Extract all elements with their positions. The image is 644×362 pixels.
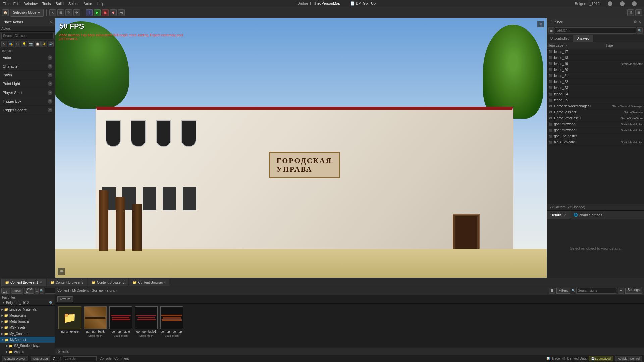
menu-tools[interactable]: Tools (42, 2, 51, 6)
add-button[interactable]: + Add (1, 288, 10, 294)
console-input[interactable] (63, 356, 97, 361)
tree-item-s2[interactable]: ▶ 📁 S2_Smolenskaya (0, 343, 55, 349)
content-browser-tab-2[interactable]: 📁 Content Browser 2 (47, 279, 87, 286)
actor-info-character[interactable]: ? (48, 64, 52, 69)
outliner-row-fence17[interactable]: ⬛ fence_17 (547, 49, 644, 55)
cb-search-icon[interactable]: 🔍 (40, 288, 44, 294)
import-button[interactable]: Import (11, 288, 23, 294)
rotate-icon[interactable]: ↻ (65, 9, 72, 16)
minimize-btn[interactable] (608, 1, 612, 6)
tree-item-assets[interactable]: ▶ 📁 Assets (0, 349, 55, 355)
close-btn[interactable] (632, 1, 637, 6)
outliner-list[interactable]: ⬛ fence_17 ⬛ fence_18 ⬛ fence_19 StaticM… (547, 49, 644, 204)
actor-item-pointlight[interactable]: Point Light ? (0, 79, 55, 88)
revision-control-btn[interactable]: Revision Control (615, 356, 642, 361)
cb-file-tree[interactable]: ▶ 📁 Lindeco_Materials ▶ 📁 Megascans ▶ 📁 … (0, 306, 55, 355)
cursor-icon[interactable]: ↖ (1, 41, 7, 47)
cb-main-search-input[interactable] (576, 288, 616, 294)
outliner-row-goruposter[interactable]: ⬛ gor_upr_poster (547, 133, 644, 139)
cb-view-toggle[interactable]: ▼ (618, 288, 624, 294)
viewport[interactable]: ГОРОДСКАЯ УПРАВА (55, 18, 547, 278)
unsaved-btn[interactable]: 💾 11 Unsaved (589, 356, 613, 361)
breadcrumb-gorupr[interactable]: Gor_upr (92, 289, 104, 292)
outliner-row-fence20[interactable]: ⬛ fence_20 (547, 67, 644, 73)
pause-button[interactable]: ⏸ (86, 9, 93, 16)
breadcrumb-mycontent[interactable]: MyContent (72, 289, 88, 292)
outliner-row-goatfirewood[interactable]: ⬛ goat_firewood StaticMeshActor (547, 121, 644, 127)
camera-icon[interactable]: 📷 (28, 41, 34, 47)
viewport-settings-icon[interactable]: ☰ (58, 268, 65, 275)
home-icon[interactable]: 🏠 (2, 9, 9, 16)
menu-help[interactable]: Help (97, 2, 104, 6)
outliner-row-gate[interactable]: ⬛ h.t_4_2ft-gate StaticMeshActor (547, 139, 644, 145)
menu-select[interactable]: Select (68, 2, 79, 6)
outliner-row-fence24[interactable]: ⬛ fence_24 (547, 91, 644, 97)
content-browser-tab-1[interactable]: 📁 Content Browser 1 ✕ (1, 279, 46, 286)
tree-item-mycontent-cap[interactable]: ▶ 📁 My_Content (0, 330, 55, 337)
outliner-row-gamesession[interactable]: 🎮 GameSession0 GameSession (547, 109, 644, 115)
scale-icon[interactable]: ⊞ (57, 9, 64, 16)
tree-item-mycontent[interactable]: ▼ 📁 MyContent (0, 337, 55, 343)
outliner-row-fence19[interactable]: ⬛ fence_19 StaticMeshActor (547, 61, 644, 67)
asset-gor-upr-gorupr[interactable]: gor_upr_gor_upr Static Mesh (160, 306, 183, 337)
actor-item-character[interactable]: Character ? (0, 62, 55, 71)
actor-item-actor[interactable]: Actor ? (0, 53, 55, 62)
blueprint-icon[interactable]: 📋 (35, 41, 41, 47)
details-tab-details[interactable]: Details ✕ (547, 211, 570, 219)
actor-info-pawn[interactable]: ? (48, 73, 52, 77)
menu-edit[interactable]: Edit (13, 2, 20, 6)
tree-item-lindeco[interactable]: ▶ 📁 Lindeco_Materials (0, 306, 55, 312)
actor-item-playerstart[interactable]: Player Start ? (0, 88, 55, 97)
details-tab-close[interactable]: ✕ (564, 213, 567, 217)
outliner-row-fence23[interactable]: ⬛ fence_23 (547, 85, 644, 91)
arrow-icon[interactable]: ↖ (49, 9, 56, 16)
tree-item-megascans[interactable]: ▶ 📁 Megascans (0, 312, 55, 318)
save-all-button[interactable]: Save All (24, 288, 35, 294)
search-classes-input[interactable] (1, 33, 54, 39)
viewport-top-icon[interactable]: ⊞ (537, 21, 544, 27)
details-tab-world-settings[interactable]: 🌐 World Settings (570, 211, 606, 219)
actor-icon[interactable]: 🎭 (8, 41, 14, 47)
output-log-btn[interactable]: Output Log (31, 356, 50, 361)
actor-info-actor[interactable]: ? (48, 55, 52, 60)
play-button[interactable]: ▶ (94, 9, 101, 16)
breadcrumb-signs[interactable]: signs (107, 289, 115, 292)
menu-actor[interactable]: Actor (84, 2, 92, 6)
cb-settings-icon[interactable]: ⚙ (35, 288, 39, 294)
menu-window[interactable]: Window (24, 2, 38, 6)
outliner-row-fence18[interactable]: ⬛ fence_18 (547, 55, 644, 61)
content-browser-tab-3[interactable]: 📁 Content Browser 3 (88, 279, 128, 286)
menu-file[interactable]: File (3, 2, 9, 6)
asset-gor-upr-biblo[interactable]: gor_upr_biblo Static Mesh (109, 306, 132, 337)
tree-item-mspreset[interactable]: ▶ 📁 MSPresets (0, 324, 55, 330)
settings-icon[interactable]: ⚙ (627, 9, 634, 16)
outliner-row-fence21[interactable]: ⬛ fence_21 (547, 73, 644, 79)
content-browser-tab-4[interactable]: 📁 Content Browser 4 (129, 279, 169, 286)
effects-icon[interactable]: ✨ (41, 41, 47, 47)
stop-button[interactable]: ⏹ (102, 9, 109, 16)
maximize-btn[interactable] (620, 1, 625, 6)
outliner-row-fence22[interactable]: ⬛ fence_22 (547, 79, 644, 85)
audio-icon[interactable]: 🔊 (48, 41, 54, 47)
actor-info-playerstart[interactable]: ? (48, 90, 52, 95)
filter-texture-pill[interactable]: Texture (57, 296, 73, 302)
filters-button[interactable]: Filters (556, 288, 570, 294)
breadcrumb-content[interactable]: Content (57, 289, 69, 292)
light-icon[interactable]: 💡 (21, 41, 27, 47)
actor-info-triggersphere[interactable]: ? (48, 108, 52, 112)
selection-mode-btn[interactable]: Selection Mode ▼ (10, 9, 44, 17)
derived-data-item[interactable]: Derived Data (567, 357, 587, 360)
outliner-row-gamenetwork[interactable]: 🎮 GameNetworkManager0 StaticNetworkManag… (547, 103, 644, 109)
asset-gor-upr-biblo1[interactable]: gor_upr_biblo1 Static Mesh (135, 306, 158, 337)
outliner-row-fence25[interactable]: ⬛ fence_25 (547, 97, 644, 103)
asset-signs-texture[interactable]: 📁 signs_texture (58, 306, 82, 334)
outliner-filter-icon[interactable]: ☰ (548, 27, 554, 34)
actor-info-triggerbox[interactable]: ? (48, 99, 52, 104)
actor-item-pawn[interactable]: Pawn ? (0, 71, 55, 79)
actor-info-pointlight[interactable]: ? (48, 81, 52, 86)
tree-item-metahumans[interactable]: ▶ 📁 MetaHumans (0, 318, 55, 324)
outliner-search-input[interactable] (555, 27, 636, 34)
content-drawer-btn[interactable]: Content Drawer (2, 356, 28, 361)
menu-build[interactable]: Build (56, 2, 64, 6)
actor-item-triggerbox[interactable]: Trigger Box ? (0, 97, 55, 106)
